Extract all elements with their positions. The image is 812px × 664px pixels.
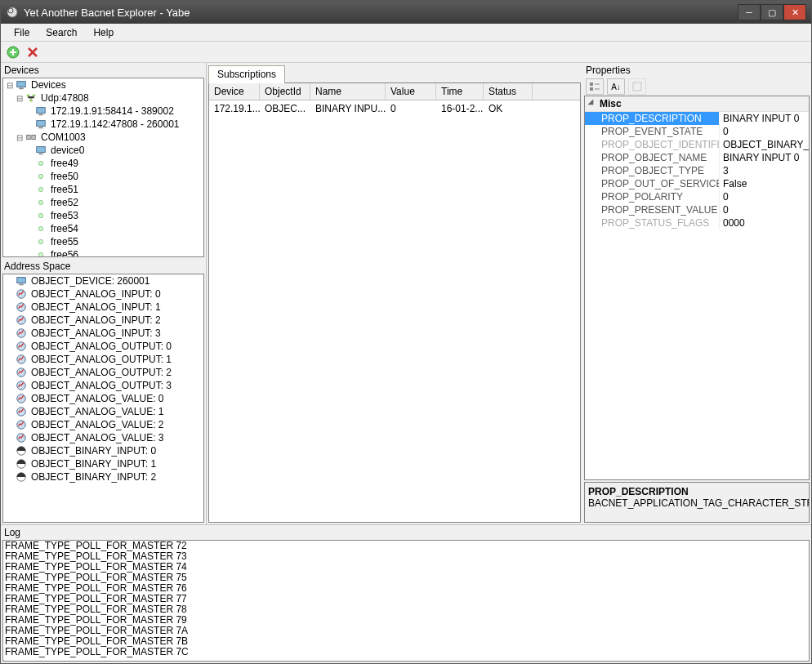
toolbar <box>1 42 811 63</box>
prop-row[interactable]: PROP_OBJECT_IDENTIFIEROBJECT_BINARY_I <box>585 138 809 151</box>
prop-row[interactable]: PROP_OBJECT_TYPE3 <box>585 164 809 177</box>
tree-dev2[interactable]: 172.19.1.142:47808 - 260001 <box>3 118 203 131</box>
object-icon <box>15 457 28 470</box>
node-icon <box>34 196 47 209</box>
grid-row[interactable]: 172.19.1... OBJEC... BINARY INPU... 0 16… <box>209 100 580 117</box>
address-item[interactable]: OBJECT_DEVICE: 260001 <box>3 274 203 287</box>
address-item[interactable]: OBJECT_ANALOG_OUTPUT: 3 <box>3 379 203 392</box>
tree-free49[interactable]: free49 <box>3 157 203 170</box>
address-item[interactable]: OBJECT_BINARY_INPUT: 2 <box>3 470 203 484</box>
object-icon <box>15 314 28 327</box>
property-pages-button[interactable] <box>628 78 646 95</box>
address-space-label: Address Space <box>1 259 206 274</box>
object-icon <box>15 405 28 418</box>
address-item[interactable]: OBJECT_ANALOG_VALUE: 2 <box>3 418 203 431</box>
address-item[interactable]: OBJECT_ANALOG_INPUT: 0 <box>3 287 203 301</box>
alphabetical-button[interactable]: A↓ <box>607 78 625 95</box>
prop-row[interactable]: PROP_OUT_OF_SERVICEFalse <box>585 177 809 190</box>
object-icon <box>15 274 28 287</box>
svg-rect-41 <box>590 82 593 86</box>
prop-value[interactable]: False <box>720 177 809 190</box>
prop-desc-title: PROP_DESCRIPTION <box>588 486 805 497</box>
tab-strip: Subscriptions <box>208 65 581 82</box>
tree-free54[interactable]: free54 <box>3 222 203 235</box>
address-item[interactable]: OBJECT_BINARY_INPUT: 1 <box>3 457 203 470</box>
log-body[interactable]: FRAME_TYPE_POLL_FOR_MASTER 72 FRAME_TYPE… <box>2 540 810 662</box>
object-icon <box>15 379 28 392</box>
prop-row[interactable]: PROP_PRESENT_VALUE0 <box>585 203 809 216</box>
prop-row[interactable]: PROP_STATUS_FLAGS0000 <box>585 216 809 230</box>
prop-row[interactable]: PROP_POLARITY0 <box>585 190 809 203</box>
address-item[interactable]: OBJECT_ANALOG_INPUT: 2 <box>3 314 203 327</box>
subscriptions-grid[interactable]: Device ObjectId Name Value Time Status 1… <box>208 82 581 523</box>
prop-value[interactable]: BINARY INPUT 0 <box>720 151 809 164</box>
titlebar[interactable]: Yet Another Bacnet Explorer - Yabe ─ ▢ ✕ <box>1 1 811 24</box>
devices-label: Devices <box>1 63 206 78</box>
prop-value[interactable]: 0 <box>720 125 809 138</box>
address-item[interactable]: OBJECT_BINARY_INPUT: 0 <box>3 444 203 457</box>
tree-free53[interactable]: free53 <box>3 209 203 222</box>
add-button[interactable] <box>6 45 20 60</box>
tree-free56[interactable]: free56 <box>3 248 203 257</box>
prop-row[interactable]: PROP_OBJECT_NAMEBINARY INPUT 0 <box>585 151 809 164</box>
tree-dev1[interactable]: 172.19.1.91:58414 - 389002 <box>3 105 203 118</box>
devices-tree[interactable]: ⊟Devices ⊟Udp:47808 172.19.1.91:58414 - … <box>2 78 204 257</box>
maximize-button[interactable]: ▢ <box>761 4 783 20</box>
col-time[interactable]: Time <box>436 83 484 100</box>
categorized-button[interactable] <box>586 78 604 95</box>
address-item[interactable]: OBJECT_ANALOG_OUTPUT: 2 <box>3 366 203 379</box>
prop-value[interactable]: 0 <box>720 203 809 216</box>
svg-rect-13 <box>32 135 35 139</box>
address-item[interactable]: OBJECT_ANALOG_VALUE: 3 <box>3 431 203 444</box>
node-icon <box>34 209 47 222</box>
tree-free55[interactable]: free55 <box>3 235 203 248</box>
object-icon <box>15 340 28 353</box>
menu-search[interactable]: Search <box>38 25 85 40</box>
tree-com[interactable]: ⊟COM1003 <box>3 131 203 144</box>
prop-name: PROP_OBJECT_TYPE <box>585 164 720 177</box>
prop-category-misc[interactable]: Misc <box>585 96 809 112</box>
svg-rect-9 <box>38 114 42 116</box>
menu-help[interactable]: Help <box>85 25 122 40</box>
prop-value[interactable]: BINARY INPUT 0 <box>720 112 809 125</box>
tree-root[interactable]: ⊟Devices <box>3 78 203 91</box>
prop-name: PROP_OUT_OF_SERVICE <box>585 177 720 190</box>
svg-point-22 <box>38 239 42 243</box>
prop-value[interactable]: 0 <box>720 190 809 203</box>
prop-value[interactable]: OBJECT_BINARY_I <box>720 138 809 151</box>
prop-value[interactable]: 0000 <box>720 216 809 230</box>
close-button[interactable]: ✕ <box>783 4 806 20</box>
prop-row[interactable]: PROP_DESCRIPTIONBINARY INPUT 0 <box>585 112 809 125</box>
node-icon <box>34 157 47 170</box>
col-objectid[interactable]: ObjectId <box>260 83 310 100</box>
address-item[interactable]: OBJECT_ANALOG_VALUE: 1 <box>3 405 203 418</box>
address-space-tree[interactable]: OBJECT_DEVICE: 260001OBJECT_ANALOG_INPUT… <box>2 274 204 523</box>
col-status[interactable]: Status <box>484 83 533 100</box>
tree-udp[interactable]: ⊟Udp:47808 <box>3 91 203 105</box>
prop-row[interactable]: PROP_EVENT_STATE0 <box>585 125 809 138</box>
address-item[interactable]: OBJECT_ANALOG_OUTPUT: 0 <box>3 340 203 353</box>
svg-point-19 <box>38 200 42 204</box>
tree-free50[interactable]: free50 <box>3 170 203 183</box>
delete-button[interactable] <box>25 45 40 60</box>
col-device[interactable]: Device <box>209 83 260 100</box>
tab-subscriptions[interactable]: Subscriptions <box>208 65 285 83</box>
address-item[interactable]: OBJECT_ANALOG_INPUT: 1 <box>3 301 203 314</box>
address-item[interactable]: OBJECT_ANALOG_VALUE: 0 <box>3 392 203 405</box>
tree-free51[interactable]: free51 <box>3 183 203 196</box>
col-name[interactable]: Name <box>310 83 386 100</box>
tree-device0[interactable]: device0 <box>3 144 203 157</box>
property-grid[interactable]: Misc PROP_DESCRIPTIONBINARY INPUT 0PROP_… <box>584 96 810 480</box>
prop-value[interactable]: 3 <box>720 164 809 177</box>
address-item[interactable]: OBJECT_ANALOG_INPUT: 3 <box>3 327 203 340</box>
object-icon <box>15 444 28 457</box>
address-item[interactable]: OBJECT_ANALOG_OUTPUT: 1 <box>3 353 203 366</box>
node-icon <box>34 248 47 257</box>
menu-file[interactable]: File <box>6 25 38 40</box>
svg-rect-25 <box>19 284 23 286</box>
tree-free52[interactable]: free52 <box>3 196 203 209</box>
minimize-button[interactable]: ─ <box>738 4 761 20</box>
svg-point-18 <box>38 187 42 191</box>
node-icon <box>34 235 47 248</box>
col-value[interactable]: Value <box>386 83 436 100</box>
